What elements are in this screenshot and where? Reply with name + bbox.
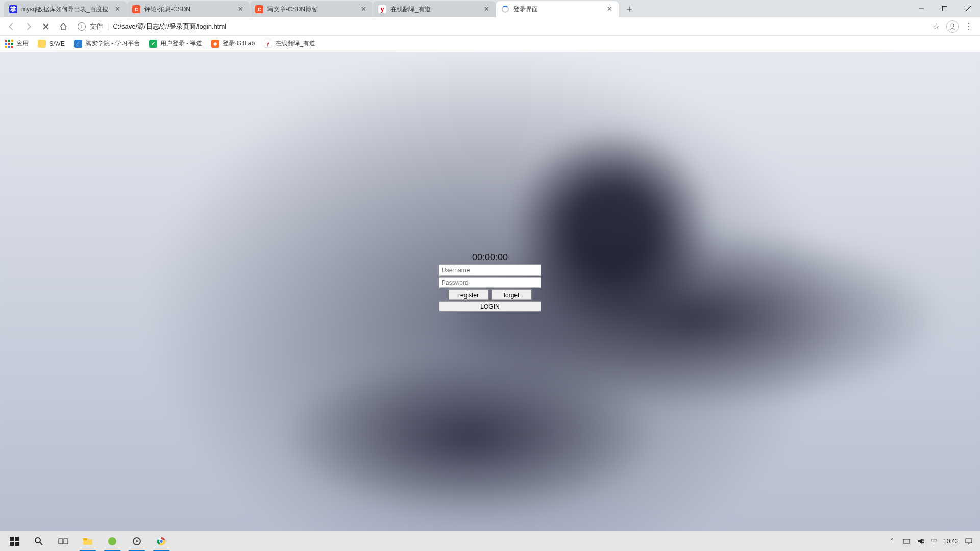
system-tray: ˄ 中 10:42 [888, 537, 977, 545]
bookmark-favicon-icon: ✔ [149, 40, 157, 48]
browser-tab[interactable]: 登录界面✕ [496, 1, 619, 17]
close-window-button[interactable] [957, 0, 980, 17]
tray-clock[interactable]: 10:42 [943, 538, 959, 545]
bookmark-label: 在线翻译_有道 [275, 39, 315, 48]
tab-favicon-icon: c [132, 5, 140, 13]
stop-reload-button[interactable] [39, 19, 53, 34]
register-button[interactable]: register [448, 290, 489, 300]
task-view-button[interactable] [52, 531, 75, 552]
bookmark-favicon-icon: ◆ [211, 40, 219, 48]
bookmark-item[interactable]: SAVE [38, 39, 65, 48]
file-explorer-taskbar-icon[interactable] [77, 531, 99, 552]
svg-rect-14 [64, 539, 68, 544]
url-scheme-label: 文件 [90, 22, 103, 31]
profile-avatar-icon[interactable] [946, 20, 959, 33]
tray-chevron-icon[interactable]: ˄ [888, 537, 896, 545]
address-bar[interactable]: i 文件 | C:/save/源/日志/杂/登录页面/login.html [74, 19, 928, 34]
tab-close-icon[interactable]: ✕ [359, 5, 368, 13]
url-text: C:/save/源/日志/杂/登录页面/login.html [113, 22, 226, 31]
tray-ime-indicator[interactable]: 中 [931, 537, 937, 545]
tabstrip: 掌mysql数据库如何导出表_百度搜✕c评论-消息-CSDN✕c写文章-CSDN… [0, 0, 619, 17]
username-input[interactable] [439, 265, 541, 276]
password-input[interactable] [439, 277, 541, 288]
svg-rect-9 [10, 542, 14, 546]
tab-close-icon[interactable]: ✕ [113, 5, 121, 13]
bookmark-label: 登录·GitLab [223, 39, 255, 48]
maximize-button[interactable] [933, 0, 957, 17]
svg-point-6 [951, 24, 954, 27]
browser-tab[interactable]: c写文章-CSDN博客✕ [250, 1, 373, 17]
tray-volume-icon[interactable] [917, 537, 925, 545]
new-tab-button[interactable]: ＋ [622, 2, 636, 16]
tab-favicon-icon: c [255, 5, 263, 13]
login-button[interactable]: LOGIN [439, 302, 541, 312]
tab-favicon-icon: 掌 [9, 5, 17, 13]
svg-rect-13 [59, 539, 63, 544]
tab-close-icon[interactable]: ✕ [605, 5, 614, 13]
action-center-icon[interactable] [965, 537, 973, 545]
svg-rect-8 [15, 537, 19, 541]
tab-title: mysql数据库如何导出表_百度搜 [21, 5, 113, 14]
apps-label: 应用 [16, 39, 29, 48]
app-taskbar-icon-1[interactable] [101, 531, 124, 552]
browser-toolbar: i 文件 | C:/save/源/日志/杂/登录页面/login.html ☆ … [0, 17, 980, 36]
bookmarks-bar: 应用 SAVE⌂腾实学院 - 学习平台✔用户登录 - 禅道◆登录·GitLaby… [0, 36, 980, 52]
tab-title: 在线翻译_有道 [390, 5, 482, 14]
bookmark-label: 腾实学院 - 学习平台 [85, 39, 140, 48]
bookmark-label: 用户登录 - 禅道 [160, 39, 203, 48]
tab-title: 评论-消息-CSDN [144, 5, 236, 14]
windows-taskbar: ˄ 中 10:42 [0, 531, 980, 551]
bookmark-item[interactable]: y在线翻译_有道 [264, 39, 315, 48]
bookmark-item[interactable]: ◆登录·GitLab [211, 39, 255, 48]
svg-line-12 [40, 542, 42, 545]
tab-favicon-icon [501, 5, 509, 13]
bookmark-label: SAVE [49, 40, 65, 47]
browser-tab[interactable]: y在线翻译_有道✕ [373, 1, 496, 17]
minimize-button[interactable] [910, 0, 933, 17]
bookmark-star-icon[interactable]: ☆ [931, 21, 941, 32]
svg-rect-16 [83, 538, 87, 540]
svg-rect-10 [15, 542, 19, 546]
svg-rect-21 [903, 539, 910, 543]
bookmark-favicon-icon [38, 40, 46, 48]
separator: | [107, 22, 109, 30]
browser-tab[interactable]: 掌mysql数据库如何导出表_百度搜✕ [4, 1, 127, 17]
app-taskbar-icon-2[interactable] [126, 531, 148, 552]
start-button[interactable] [3, 531, 26, 552]
svg-point-20 [160, 539, 163, 543]
back-button[interactable] [4, 19, 18, 34]
clock-display: 00:00:00 [438, 252, 542, 263]
tab-title: 登录界面 [513, 5, 605, 14]
apps-grid-icon [5, 40, 13, 48]
bookmark-item[interactable]: ✔用户登录 - 禅道 [149, 39, 203, 48]
svg-point-11 [35, 538, 40, 543]
forward-button[interactable] [21, 19, 36, 34]
search-button[interactable] [28, 531, 50, 552]
login-form: 00:00:00 register forget LOGIN [438, 252, 542, 312]
tab-favicon-icon: y [378, 5, 386, 13]
chrome-taskbar-icon[interactable] [150, 531, 173, 552]
tab-title: 写文章-CSDN博客 [267, 5, 359, 14]
bookmark-favicon-icon: y [264, 40, 272, 48]
browser-tab[interactable]: c评论-消息-CSDN✕ [127, 1, 250, 17]
svg-rect-24 [966, 539, 972, 543]
browser-titlebar: 掌mysql数据库如何导出表_百度搜✕c评论-消息-CSDN✕c写文章-CSDN… [0, 0, 980, 17]
home-button[interactable] [56, 19, 70, 34]
chrome-menu-icon[interactable]: ⋮ [964, 21, 974, 32]
bookmark-favicon-icon: ⌂ [74, 40, 82, 48]
site-info-icon[interactable]: i [78, 22, 86, 31]
tab-close-icon[interactable]: ✕ [482, 5, 491, 13]
page-viewport: 00:00:00 register forget LOGIN [0, 52, 980, 531]
window-controls [910, 0, 980, 17]
tray-network-icon[interactable] [902, 537, 911, 545]
tab-close-icon[interactable]: ✕ [236, 5, 244, 13]
apps-shortcut[interactable]: 应用 [5, 39, 29, 48]
svg-point-18 [136, 540, 138, 542]
bookmark-item[interactable]: ⌂腾实学院 - 学习平台 [74, 39, 140, 48]
svg-rect-1 [943, 7, 947, 11]
svg-rect-7 [10, 537, 14, 541]
forget-button[interactable]: forget [491, 290, 532, 300]
